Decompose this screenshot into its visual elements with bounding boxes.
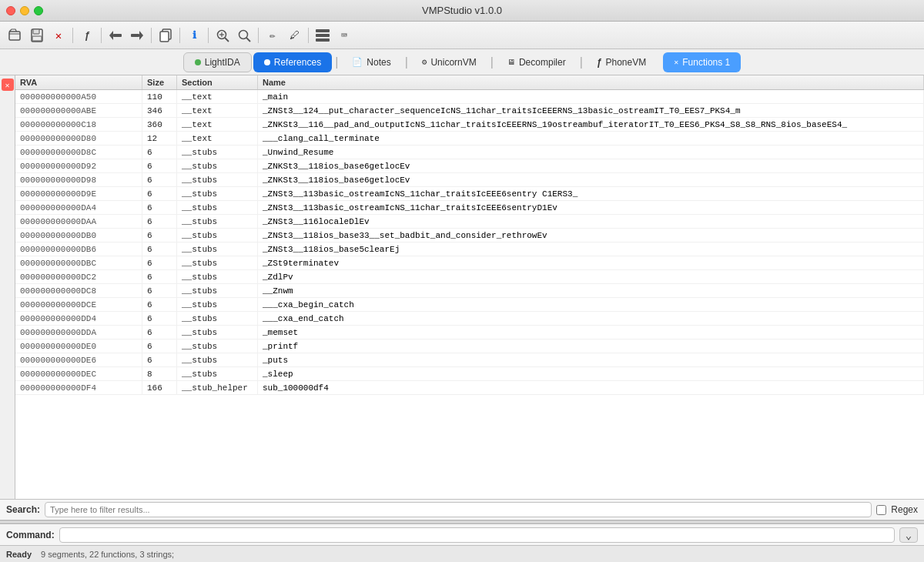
unicornvm-tab[interactable]: ⚙ UnicornVM — [411, 52, 487, 72]
command-submit-button[interactable]: ⌄ — [899, 527, 918, 543]
cell-size: 6 — [142, 284, 177, 297]
svg-marker-4 — [109, 31, 113, 40]
close-traffic-light[interactable] — [6, 6, 15, 15]
patch-button[interactable]: ✏️ — [263, 26, 282, 45]
table-row[interactable]: 000000000000D9E 6 __stubs _ZNSt3__113bas… — [15, 187, 924, 201]
svg-line-15 — [246, 38, 250, 42]
cell-rva: 000000000000DC2 — [15, 270, 142, 283]
cell-name: _ZNKSt3__118ios_base6getlocEv — [258, 159, 924, 172]
table-row[interactable]: 000000000000C18 360 __text _ZNKSt3__116_… — [15, 118, 924, 132]
table-row[interactable]: 000000000000DD4 6 __stubs ___cxa_end_cat… — [15, 312, 924, 326]
tab-group-main: LightIDA References | 📄 Notes | ⚙ Unicor… — [183, 52, 657, 72]
cell-name: sub_100000df4 — [258, 381, 924, 394]
nav-forward-button[interactable] — [128, 26, 146, 45]
patch2-button[interactable]: 🖊 — [285, 26, 303, 45]
save-button[interactable] — [28, 26, 46, 45]
svg-rect-16 — [316, 29, 330, 32]
command-input[interactable] — [59, 527, 895, 543]
table-row[interactable]: 000000000000ABE 346 __text _ZNSt3__124__… — [15, 104, 924, 118]
status-info: 9 segments, 22 functions, 3 strings; — [41, 550, 174, 559]
cell-size: 6 — [142, 187, 177, 200]
panel-close-button[interactable]: ✕ — [2, 79, 14, 91]
search-input[interactable] — [45, 502, 872, 517]
cell-rva: 000000000000DC8 — [15, 284, 142, 297]
decompiler-icon: 🖥 — [507, 58, 515, 66]
list-button[interactable] — [313, 26, 332, 45]
table-row[interactable]: 000000000000DBC 6 __stubs _ZSt9terminate… — [15, 256, 924, 270]
svg-rect-18 — [316, 38, 330, 42]
cell-section: __stubs — [177, 229, 258, 242]
functions-close-icon[interactable]: ✕ — [674, 58, 678, 66]
cell-name: _ZSt9terminatev — [258, 256, 924, 269]
toolbar-separator-4 — [179, 28, 180, 43]
regex-checkbox[interactable] — [876, 505, 886, 515]
window-title: VMPStudio v1.0.0 — [422, 5, 502, 16]
table-row[interactable]: 000000000000DDA 6 __stubs _memset — [15, 326, 924, 340]
cell-section: __stubs — [177, 353, 258, 366]
col-header-size: Size — [142, 75, 177, 89]
analyze-button[interactable] — [213, 26, 232, 45]
toolbar-separator-6 — [258, 28, 259, 43]
cell-section: __stubs — [177, 243, 258, 256]
table-row[interactable]: 000000000000DC2 6 __stubs _ZdlPv — [15, 270, 924, 284]
unicornvm-tab-label: UnicornVM — [430, 57, 476, 68]
cell-name: ___cxa_begin_catch — [258, 298, 924, 311]
col-header-section: Section — [177, 75, 258, 89]
references-tab[interactable]: References — [253, 52, 332, 72]
lightida-tab[interactable]: LightIDA — [183, 52, 252, 72]
table-row[interactable]: 000000000000DE6 6 __stubs _puts — [15, 353, 924, 367]
minimize-traffic-light[interactable] — [20, 6, 29, 15]
maximize-traffic-light[interactable] — [34, 6, 43, 15]
toolbar-separator-3 — [151, 28, 152, 43]
functions-tab[interactable]: ✕ Functions 1 — [663, 52, 741, 72]
table-row[interactable]: 000000000000DC8 6 __stubs __Znwm — [15, 284, 924, 298]
copy-button[interactable] — [156, 26, 175, 45]
table-row[interactable]: 000000000000DE0 6 __stubs _printf — [15, 340, 924, 353]
table-body[interactable]: 000000000000A50 110 __text _main 0000000… — [15, 90, 924, 499]
terminal-button[interactable]: ⌨ — [335, 26, 353, 45]
table-row[interactable]: 000000000000DCE 6 __stubs ___cxa_begin_c… — [15, 298, 924, 312]
traffic-lights — [6, 6, 43, 15]
functions-tab-label: Functions 1 — [682, 57, 730, 68]
cell-name: ___cxa_end_catch — [258, 312, 924, 325]
main-content: ✕ RVA Size Section Name 000000000000A50 … — [0, 75, 924, 499]
cell-name: _ZNKSt3__118ios_base6getlocEv — [258, 173, 924, 186]
col-header-name: Name — [258, 75, 924, 89]
phonevm-tab[interactable]: ƒ PhoneVM — [586, 52, 657, 72]
tab-separator-4: | — [580, 55, 583, 69]
table-row[interactable]: 000000000000DB0 6 __stubs _ZNSt3__118ios… — [15, 229, 924, 243]
cell-rva: 000000000000DEC — [15, 367, 142, 380]
table-row[interactable]: 000000000000DA4 6 __stubs _ZNSt3__113bas… — [15, 201, 924, 215]
cell-size: 6 — [142, 298, 177, 311]
open-button[interactable] — [6, 26, 25, 45]
table-row[interactable]: 000000000000DB6 6 __stubs _ZNSt3__118ios… — [15, 243, 924, 256]
info-button[interactable]: ℹ — [185, 26, 203, 45]
status-ready: Ready — [6, 550, 32, 559]
cell-rva: 000000000000DDA — [15, 326, 142, 339]
svg-line-11 — [225, 38, 229, 42]
cell-name: _ZNSt3__118ios_base5clearEj — [258, 243, 924, 256]
cell-size: 6 — [142, 353, 177, 366]
cell-section: __stubs — [177, 201, 258, 214]
notes-tab[interactable]: 📄 Notes — [341, 52, 401, 72]
table-row[interactable]: 000000000000A50 110 __text _main — [15, 90, 924, 104]
cell-rva: 000000000000DE6 — [15, 353, 142, 366]
cell-size: 166 — [142, 381, 177, 394]
cell-name: _main — [258, 90, 924, 103]
table-row[interactable]: 000000000000DF4 166 __stub_helper sub_10… — [15, 381, 924, 395]
table-row[interactable]: 000000000000DEC 8 __stubs _sleep — [15, 367, 924, 381]
tab-separator-1: | — [335, 55, 338, 69]
stop-button[interactable]: ✕ — [49, 26, 68, 45]
decompiler-tab[interactable]: 🖥 Decompiler — [497, 52, 577, 72]
table-row[interactable]: 000000000000D98 6 __stubs _ZNKSt3__118io… — [15, 173, 924, 187]
cell-rva: 000000000000D92 — [15, 159, 142, 172]
cell-rva: 000000000000D9E — [15, 187, 142, 200]
table-row[interactable]: 000000000000DAA 6 __stubs _ZNSt3__116loc… — [15, 215, 924, 229]
eval-button[interactable]: ƒ — [78, 26, 96, 45]
table-row[interactable]: 000000000000D80 12 __text ___clang_call_… — [15, 132, 924, 146]
analyze2-button[interactable] — [235, 26, 253, 45]
table-row[interactable]: 000000000000D8C 6 __stubs _Unwind_Resume — [15, 146, 924, 159]
svg-marker-6 — [139, 31, 143, 40]
table-row[interactable]: 000000000000D92 6 __stubs _ZNKSt3__118io… — [15, 159, 924, 173]
nav-back-button[interactable] — [106, 26, 125, 45]
